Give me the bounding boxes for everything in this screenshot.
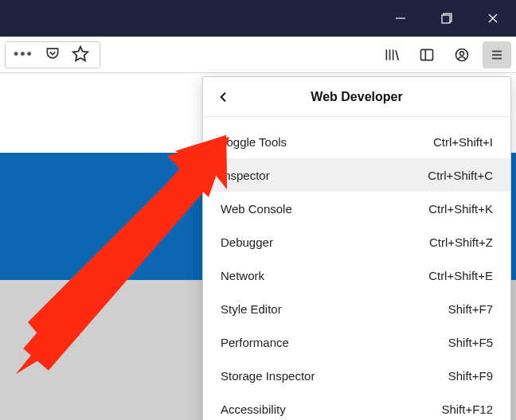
account-button[interactable] bbox=[448, 41, 476, 68]
menu-item-shortcut: Ctrl+Shift+K bbox=[428, 202, 493, 216]
menu-item-label: Storage Inspector bbox=[221, 369, 315, 383]
menu-list: Toggle Tools Ctrl+Shift+I Inspector Ctrl… bbox=[203, 117, 510, 420]
web-developer-menu: Web Developer Toggle Tools Ctrl+Shift+I … bbox=[202, 76, 511, 420]
library-button[interactable] bbox=[377, 41, 406, 68]
menu-item-performance[interactable]: Performance Shift+F5 bbox=[203, 325, 510, 359]
menu-item-accessibility[interactable]: Accessibility Shift+F12 bbox=[203, 392, 510, 420]
svg-marker-5 bbox=[73, 46, 88, 60]
minimize-icon bbox=[395, 13, 406, 24]
close-icon bbox=[487, 13, 498, 24]
window-titlebar bbox=[0, 0, 516, 37]
hamburger-icon bbox=[490, 48, 504, 62]
svg-point-13 bbox=[460, 51, 464, 55]
menu-item-label: Performance bbox=[221, 336, 289, 349]
toolbar-icon-group bbox=[377, 41, 511, 68]
hamburger-menu-button[interactable] bbox=[483, 41, 511, 68]
menu-item-style-editor[interactable]: Style Editor Shift+F7 bbox=[203, 292, 510, 325]
svg-rect-2 bbox=[442, 15, 450, 23]
menu-item-inspector[interactable]: Inspector Ctrl+Shift+C bbox=[203, 158, 510, 192]
maximize-icon bbox=[441, 13, 452, 24]
menu-item-label: Toggle Tools bbox=[221, 135, 287, 149]
menu-title: Web Developer bbox=[203, 90, 510, 104]
menu-item-shortcut: Ctrl+Shift+Z bbox=[429, 235, 493, 249]
chevron-left-icon bbox=[217, 91, 230, 103]
url-bar[interactable]: ••• bbox=[5, 41, 100, 68]
svg-rect-10 bbox=[421, 49, 433, 60]
svg-line-9 bbox=[396, 50, 398, 60]
menu-item-shortcut: Shift+F12 bbox=[441, 402, 493, 416]
menu-item-label: Web Console bbox=[221, 202, 292, 216]
account-icon bbox=[454, 47, 470, 63]
close-button[interactable] bbox=[470, 0, 516, 37]
menu-item-debugger[interactable]: Debugger Ctrl+Shift+Z bbox=[203, 225, 510, 259]
browser-toolbar: ••• bbox=[0, 37, 516, 73]
menu-item-shortcut: Shift+F9 bbox=[448, 369, 493, 383]
menu-item-shortcut: Shift+F7 bbox=[448, 302, 493, 316]
bookmark-star-icon[interactable] bbox=[72, 45, 89, 65]
menu-item-label: Accessibility bbox=[221, 402, 286, 416]
menu-item-label: Debugger bbox=[221, 235, 273, 249]
page-actions-icon[interactable]: ••• bbox=[14, 46, 33, 63]
menu-item-shortcut: Ctrl+Shift+I bbox=[433, 135, 493, 149]
menu-item-shortcut: Ctrl+Shift+E bbox=[428, 269, 493, 282]
sidebars-icon bbox=[419, 47, 435, 63]
menu-item-shortcut: Ctrl+Shift+C bbox=[428, 169, 493, 182]
menu-item-network[interactable]: Network Ctrl+Shift+E bbox=[203, 259, 510, 292]
menu-item-storage-inspector[interactable]: Storage Inspector Shift+F9 bbox=[203, 359, 510, 392]
menu-item-web-console[interactable]: Web Console Ctrl+Shift+K bbox=[203, 192, 510, 225]
menu-back-button[interactable] bbox=[214, 88, 233, 107]
menu-item-shortcut: Shift+F5 bbox=[448, 336, 493, 349]
menu-item-toggle-tools[interactable]: Toggle Tools Ctrl+Shift+I bbox=[203, 125, 510, 158]
maximize-button[interactable] bbox=[424, 0, 470, 37]
menu-item-label: Inspector bbox=[221, 169, 270, 182]
menu-item-label: Network bbox=[221, 269, 264, 282]
library-icon bbox=[384, 47, 400, 63]
minimize-button[interactable] bbox=[377, 0, 424, 37]
menu-item-label: Style Editor bbox=[221, 302, 282, 316]
pocket-icon[interactable] bbox=[45, 45, 61, 64]
menu-header: Web Developer bbox=[203, 77, 510, 117]
sidebars-button[interactable] bbox=[412, 41, 441, 68]
